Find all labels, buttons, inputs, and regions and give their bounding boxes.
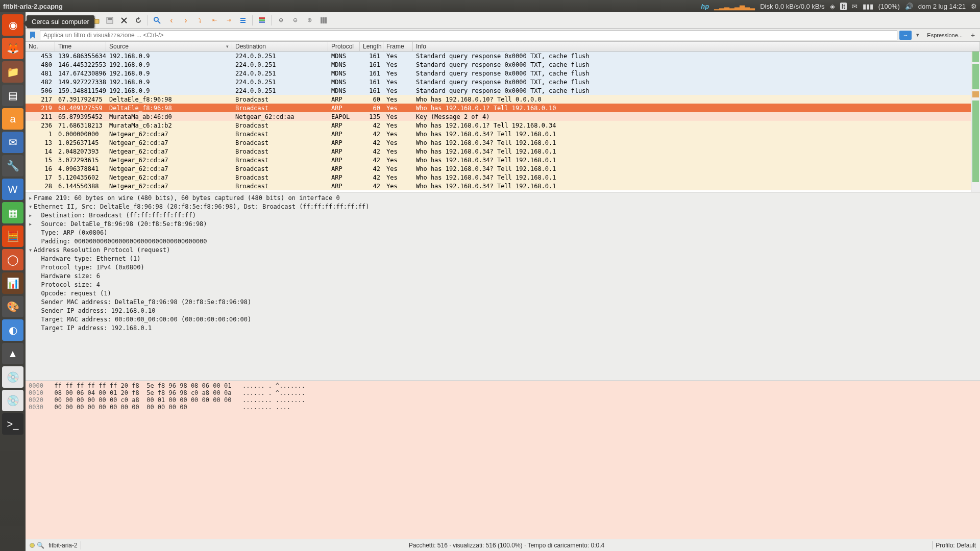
column-info[interactable]: Info (413, 42, 980, 51)
detail-line[interactable]: Padding: 0000000000000000000000000000000… (26, 237, 980, 245)
packet-row[interactable]: 164.096378841Netgear_62:cd:a7BroadcastAR… (26, 164, 980, 173)
system-menubar: fitbit-aria-2.pcapng hp ▁▂▃▂▃▅▃▂ Disk 0,… (0, 0, 980, 12)
packet-scrollbar[interactable] (971, 52, 980, 192)
filter-add-button[interactable]: + (968, 31, 978, 39)
packet-row[interactable]: 506159.348811549192.168.0.9224.0.0.251MD… (26, 86, 980, 95)
detail-line[interactable]: Type: ARP (0x0806) (26, 228, 980, 237)
detail-line[interactable]: Protocol type: IPv4 (0x0800) (26, 263, 980, 271)
detail-line[interactable]: ▾Ethernet II, Src: DeltaEle_f8:96:98 (20… (26, 202, 980, 211)
first-packet-button[interactable]: ⇤ (208, 14, 220, 27)
detail-line[interactable]: Hardware type: Ethernet (1) (26, 254, 980, 263)
packet-row[interactable]: 131.025637145Netgear_62:cd:a7BroadcastAR… (26, 138, 980, 147)
prev-packet-button[interactable]: ‹ (165, 14, 178, 27)
hex-line[interactable]: 0010 08 00 06 04 00 01 20 f8 5e f8 96 98… (29, 389, 977, 396)
launcher-tile-2[interactable]: 📁 (2, 61, 23, 83)
filter-expression-button[interactable]: Espressione... (924, 32, 966, 38)
packet-row[interactable]: 153.072293615Netgear_62:cd:a7BroadcastAR… (26, 156, 980, 164)
detail-line[interactable]: Protocol size: 4 (26, 280, 980, 289)
packet-list-pane[interactable]: No. Time Source Destination Protocol Len… (26, 42, 980, 192)
detail-line[interactable]: Sender IP address: 192.168.0.10 (26, 306, 980, 315)
autoscroll-button[interactable] (237, 14, 249, 27)
packet-row[interactable]: 480146.445322553192.168.0.9224.0.0.251MD… (26, 60, 980, 69)
keyboard-indicator[interactable]: It (840, 3, 847, 10)
launcher-tile-8[interactable]: ▦ (2, 202, 23, 223)
packet-row[interactable]: 10.000000000Netgear_62:cd:a7BroadcastARP… (26, 130, 980, 138)
filter-bookmark-icon[interactable] (28, 30, 38, 40)
packet-details-pane[interactable]: ▸Frame 219: 60 bytes on wire (480 bits),… (26, 192, 980, 381)
packet-row[interactable]: 142.048207393Netgear_62:cd:a7BroadcastAR… (26, 147, 980, 156)
battery-icon[interactable]: ▮▮▮ (863, 3, 873, 10)
filter-apply-button[interactable]: → (899, 31, 912, 40)
packet-row[interactable]: 21968.409127559DeltaEle_f8:96:98Broadcas… (26, 104, 980, 112)
detail-line[interactable]: ▸Frame 219: 60 bytes on wire (480 bits),… (26, 193, 980, 202)
column-no[interactable]: No. (26, 42, 55, 51)
detail-line[interactable]: ▾Address Resolution Protocol (request) (26, 245, 980, 254)
hex-line[interactable]: 0020 00 00 00 00 00 00 c0 a8 00 01 00 00… (29, 396, 977, 404)
column-source[interactable]: Source (106, 42, 232, 51)
close-file-button[interactable] (118, 14, 130, 27)
packet-row[interactable]: 175.120435602Netgear_62:cd:a7BroadcastAR… (26, 173, 980, 182)
launcher-tile-7[interactable]: W (2, 179, 23, 200)
packet-row[interactable]: 21165.879395452MurataMa_ab:46:d0Netgear_… (26, 112, 980, 121)
packet-row[interactable]: 482149.927227338192.168.0.9224.0.0.251MD… (26, 78, 980, 86)
column-destination[interactable]: Destination (232, 42, 328, 51)
hex-line[interactable]: 0030 00 00 00 00 00 00 00 00 00 00 00 00… (29, 404, 977, 411)
launcher-tile-13[interactable]: ◐ (2, 319, 23, 341)
packet-row[interactable]: 453139.686355634192.168.0.9224.0.0.251MD… (26, 52, 980, 60)
disk-graph-icon[interactable]: ▁▂▃▂▃▅▃▂ (714, 3, 755, 10)
save-file-button[interactable] (104, 14, 116, 27)
wifi-icon[interactable]: ◈ (830, 3, 835, 10)
datetime-label[interactable]: dom 2 lug 14:21 (918, 3, 966, 10)
hex-line[interactable]: 0000 ff ff ff ff ff ff 20 f8 5e f8 96 98… (29, 382, 977, 389)
zoom-in-button[interactable]: ⊕ (275, 14, 287, 27)
packet-row[interactable]: 286.144550388Netgear_62:cd:a7BroadcastAR… (26, 182, 980, 190)
launcher-tile-9[interactable]: 🧮 (2, 226, 23, 247)
mail-icon[interactable]: ✉ (852, 3, 857, 10)
column-time[interactable]: Time (55, 42, 106, 51)
resize-columns-button[interactable] (317, 14, 330, 27)
filter-dropdown-icon[interactable]: ▾ (914, 32, 922, 38)
launcher-tile-1[interactable]: 🦊 (2, 38, 23, 59)
detail-line[interactable]: ▸ Source: DeltaEle_f8:96:98 (20:f8:5e:f8… (26, 219, 980, 228)
expert-info-icon[interactable] (30, 543, 35, 548)
launcher-tile-5[interactable]: ✉ (2, 132, 23, 153)
detail-line[interactable]: Hardware size: 6 (26, 271, 980, 280)
launcher-tile-16[interactable]: 💿 (2, 390, 23, 411)
launcher-tile-12[interactable]: 🎨 (2, 296, 23, 317)
volume-icon[interactable]: 🔊 (905, 3, 913, 10)
next-packet-button[interactable]: › (180, 14, 192, 27)
detail-line[interactable]: ▸ Destination: Broadcast (ff:ff:ff:ff:ff… (26, 211, 980, 219)
launcher-tile-6[interactable]: 🔧 (2, 155, 23, 177)
column-frame[interactable]: Frame (383, 42, 413, 51)
detail-line[interactable]: Sender MAC address: DeltaEle_f8:96:98 (2… (26, 297, 980, 306)
detail-line[interactable]: Target IP address: 192.168.0.1 (26, 323, 980, 332)
column-protocol[interactable]: Protocol (328, 42, 360, 51)
detail-line[interactable]: Target MAC address: 00:00:00_00:00:00 (0… (26, 315, 980, 323)
detail-line[interactable]: Opcode: request (1) (26, 289, 980, 297)
status-profile-label[interactable]: Profilo: Default (936, 542, 976, 549)
launcher-tile-3[interactable]: ▤ (2, 85, 23, 106)
packet-row[interactable]: 481147.674230896192.168.0.9224.0.0.251MD… (26, 69, 980, 78)
zoom-out-button[interactable]: ⊖ (289, 14, 301, 27)
colorize-button[interactable] (256, 14, 268, 27)
launcher-tile-11[interactable]: 📊 (2, 272, 23, 294)
goto-packet-button[interactable]: ⤵ (194, 14, 206, 27)
find-button[interactable] (151, 14, 163, 27)
display-filter-input[interactable] (40, 30, 897, 40)
launcher-tile-14[interactable]: ▲ (2, 343, 23, 364)
zoom-reset-button[interactable]: ⊜ (303, 14, 315, 27)
packet-bytes-pane[interactable]: 0000 ff ff ff ff ff ff 20 f8 5e f8 96 98… (26, 381, 980, 539)
session-icon[interactable]: ⚙ (971, 3, 977, 10)
svg-rect-12 (259, 21, 265, 23)
status-search-icon[interactable]: 🔍 (37, 542, 44, 549)
packet-row[interactable]: 21767.391792475DeltaEle_f8:96:98Broadcas… (26, 95, 980, 104)
last-packet-button[interactable]: ⇥ (223, 14, 235, 27)
launcher-tile-10[interactable]: ◯ (2, 249, 23, 270)
packet-row[interactable]: 23671.686318213MurataMa_c6:a1:b2Broadcas… (26, 121, 980, 130)
launcher-tile-15[interactable]: 💿 (2, 366, 23, 388)
launcher-tile-4[interactable]: a (2, 108, 23, 130)
launcher-tile-17[interactable]: >_ (2, 413, 23, 435)
launcher-tile-0[interactable]: ◉ (2, 14, 23, 36)
column-length[interactable]: Length (360, 42, 383, 51)
reload-button[interactable] (132, 14, 144, 27)
